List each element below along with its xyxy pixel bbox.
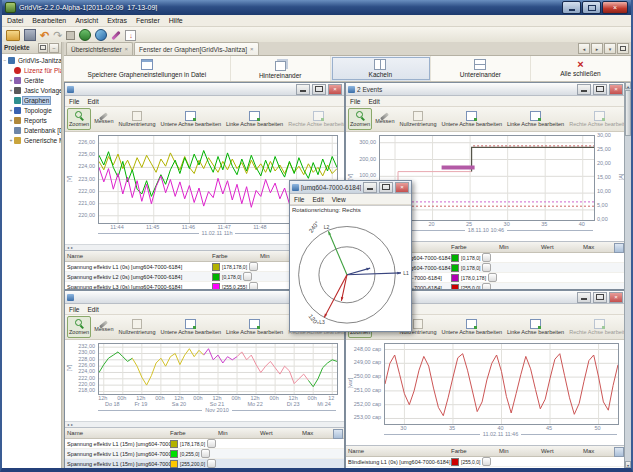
action-button[interactable]: Alle schließen xyxy=(531,56,631,81)
plot-area[interactable] xyxy=(384,343,619,425)
color-edit-button[interactable] xyxy=(482,253,491,262)
undo-icon[interactable] xyxy=(40,29,49,42)
zoomen-button[interactable]: Zoomen xyxy=(67,316,91,338)
action-button[interactable]: Untereinander xyxy=(431,56,531,81)
messen-button[interactable]: Messen xyxy=(373,108,396,130)
save-icon[interactable] xyxy=(24,29,36,41)
mdi-scrollbar[interactable]: ▴ ▾ xyxy=(624,82,631,468)
tab-scroll-right-button[interactable]: ▸ xyxy=(591,43,603,54)
color-edit-button[interactable] xyxy=(482,283,491,289)
messen-button[interactable]: Messen xyxy=(92,316,115,338)
linke-achse-bearbeiten-button[interactable]: Linke Achse bearbeiten xyxy=(505,316,566,338)
maximize-button[interactable] xyxy=(593,292,607,303)
action-button[interactable]: Kacheln xyxy=(331,56,431,81)
color-edit-button[interactable] xyxy=(249,262,258,271)
menu-edit[interactable]: Edit xyxy=(368,98,379,105)
action-button[interactable]: Hintereinander xyxy=(231,56,331,81)
web-icon[interactable] xyxy=(95,29,107,41)
menu-file[interactable]: File xyxy=(69,98,79,105)
linke-achse-bearbeiten-button[interactable]: Linke Achse bearbeiten xyxy=(505,108,566,130)
panel-minimize-button[interactable]: – xyxy=(49,43,59,53)
window-titlebar[interactable]: 2 Events × xyxy=(346,83,625,96)
tree-item[interactable]: + Reports xyxy=(2,115,61,125)
color-edit-button[interactable] xyxy=(201,449,210,458)
menu-item[interactable]: Extras xyxy=(107,17,127,24)
menu-file[interactable]: File xyxy=(69,306,79,313)
redo-icon[interactable] xyxy=(53,29,62,42)
menu-file[interactable]: File xyxy=(350,98,360,105)
tree-item[interactable]: + Geräte xyxy=(2,75,61,85)
color-edit-button[interactable] xyxy=(207,459,216,468)
untere-achse-bearbeiten-button[interactable]: Untere Achse bearbeiten xyxy=(158,316,223,338)
color-edit-button[interactable] xyxy=(488,273,497,282)
menu-item[interactable]: Datei xyxy=(7,17,23,24)
document-tab[interactable]: Fenster der Graphen[GridVis-Janitza] × xyxy=(134,42,258,55)
minimize-button[interactable] xyxy=(363,182,377,193)
tab-list-button[interactable]: ▾ xyxy=(604,43,616,54)
linke-achse-bearbeiten-button[interactable]: Linke Achse bearbeiten xyxy=(224,108,285,130)
close-button[interactable]: × xyxy=(609,84,623,95)
minimize-button[interactable] xyxy=(577,292,591,303)
untere-achse-bearbeiten-button[interactable]: Untere Achse bearbeiten xyxy=(158,108,223,130)
color-edit-button[interactable] xyxy=(207,439,216,448)
tree-item[interactable]: + Topologie xyxy=(2,105,61,115)
maximize-button[interactable] xyxy=(582,1,601,14)
document-tab[interactable]: Übersichtsfenster × xyxy=(66,42,133,55)
messen-button[interactable]: Messen xyxy=(92,108,115,130)
tree-item[interactable]: Graphen xyxy=(2,95,61,105)
legend-row[interactable]: Spannung effektiv L1 (15m) [umg604-7000-… xyxy=(65,439,344,449)
menu-edit[interactable]: Edit xyxy=(312,196,323,203)
maximize-button[interactable] xyxy=(312,84,326,95)
menu-item[interactable]: Hilfe xyxy=(169,17,183,24)
tree-item[interactable]: Datenbank [D xyxy=(2,125,61,135)
table-settings-icon[interactable] xyxy=(333,429,343,439)
legend-row[interactable]: Blindleistung L1 (0s) [umg604-7000-6184]… xyxy=(346,457,625,467)
color-edit-button[interactable] xyxy=(482,457,491,466)
tree-item[interactable]: + Jasic Vorlagen xyxy=(2,85,61,95)
scrollbar-thumb[interactable] xyxy=(625,90,631,136)
scroll-up-icon[interactable]: ▴ xyxy=(625,82,631,89)
menu-file[interactable]: File xyxy=(294,196,304,203)
tab-close-icon[interactable]: × xyxy=(250,46,254,52)
color-edit-button[interactable] xyxy=(243,272,252,281)
minimize-button[interactable] xyxy=(562,1,581,14)
tab-close-icon[interactable]: × xyxy=(125,46,129,52)
app-titlebar[interactable]: GridVis-2.2.0-Alpha-1[2011-02-09_17-13-0… xyxy=(2,0,631,15)
minimize-button[interactable] xyxy=(296,84,310,95)
menu-view[interactable]: View xyxy=(332,196,346,203)
close-button[interactable]: × xyxy=(328,84,342,95)
nullzentrierung-button[interactable]: Nullzentrierung xyxy=(116,316,157,338)
nullzentrierung-button[interactable]: Nullzentrierung xyxy=(397,108,438,130)
close-button[interactable]: × xyxy=(395,182,409,193)
close-button[interactable]: × xyxy=(609,292,623,303)
import-icon[interactable] xyxy=(125,30,136,41)
window-titlebar[interactable]: [umg604-7000-6184] × xyxy=(290,181,411,194)
menu-edit[interactable]: Edit xyxy=(87,98,98,105)
settings-icon[interactable] xyxy=(112,30,121,39)
tree-item[interactable]: + Generische M xyxy=(2,135,61,145)
panel-float-button[interactable] xyxy=(38,43,48,53)
close-button[interactable]: × xyxy=(602,1,628,14)
zoomen-button[interactable]: Zoomen xyxy=(348,108,372,130)
color-edit-button[interactable] xyxy=(482,263,491,272)
nullzentrierung-button[interactable]: Nullzentrierung xyxy=(116,108,157,130)
tree-item[interactable]: − GridVis-Janitza xyxy=(2,55,61,65)
maximize-button[interactable] xyxy=(593,84,607,95)
untere-achse-bearbeiten-button[interactable]: Untere Achse bearbeiten xyxy=(439,108,504,130)
legend-row[interactable]: Spannung effektiv L1 (15m) [umg604-7000-… xyxy=(65,459,344,468)
legend-row[interactable]: Spannung effektiv L1 (15m) [umg604-7000-… xyxy=(65,449,344,459)
tab-scroll-left-button[interactable]: ◂ xyxy=(578,43,590,54)
menu-item[interactable]: Ansicht xyxy=(75,17,98,24)
table-settings-icon[interactable] xyxy=(614,447,624,457)
open-project-icon[interactable] xyxy=(6,30,20,41)
minimize-button[interactable] xyxy=(577,84,591,95)
table-settings-icon[interactable] xyxy=(614,243,624,253)
untere-achse-bearbeiten-button[interactable]: Untere Achse bearbeiten xyxy=(439,316,504,338)
menu-item[interactable]: Fenster xyxy=(136,17,160,24)
window-titlebar[interactable]: × xyxy=(65,83,344,96)
menu-edit[interactable]: Edit xyxy=(87,306,98,313)
color-edit-button[interactable] xyxy=(249,282,258,289)
tab-maximize-button[interactable] xyxy=(617,43,629,54)
plot-area[interactable] xyxy=(98,343,338,395)
menu-item[interactable]: Bearbeiten xyxy=(32,17,66,24)
